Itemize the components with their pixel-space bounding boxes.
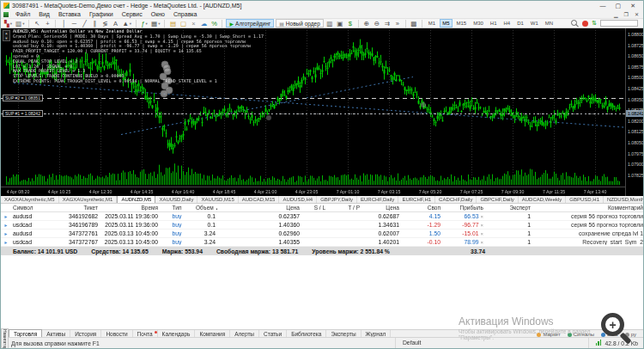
profit-value: -96.77 <box>462 222 478 228</box>
timeframe-m1[interactable]: M1 <box>425 19 438 28</box>
new-order-button[interactable]: ▤ Новый ордер <box>276 19 324 28</box>
child-minimize-button[interactable]: ▁ <box>614 11 618 17</box>
search-input[interactable] <box>600 20 638 27</box>
close-position-button[interactable]: × <box>480 223 483 228</box>
chart-tab[interactable]: CADCHF,Daily <box>435 196 477 203</box>
cursor-icon[interactable]: ↖ <box>33 19 41 28</box>
depth-of-market-icon[interactable]: ▥ <box>325 19 334 28</box>
chart-tab[interactable]: XAGXAUsynthetic,M5 <box>1 196 59 203</box>
chart-tab[interactable]: EURCHF,Daily <box>357 196 398 203</box>
price-axis[interactable]: 1.08242 1.088001.087251.086501.085751.08… <box>625 28 644 196</box>
timeframe-d1[interactable]: D1 <box>514 19 527 28</box>
new-chart-icon[interactable]: ▚▾ <box>3 19 13 28</box>
column-header-5[interactable]: Объем ▲ <box>194 205 217 211</box>
toolbar-separator <box>405 20 406 28</box>
chart-tab[interactable]: GBPCHF,Daily <box>477 196 518 203</box>
chart-shift-icon[interactable]: » <box>393 19 402 28</box>
indicators-icon[interactable]: ƒ▾ <box>140 19 149 28</box>
navigator-vertical-tab[interactable]: Навигатор <box>1 328 9 349</box>
tile-windows-icon[interactable]: ▩ <box>410 19 418 28</box>
channel-icon[interactable]: ∥ <box>90 19 99 28</box>
column-header-10[interactable]: Своп <box>401 205 442 211</box>
zoom-out-icon[interactable]: ⊖ <box>373 19 381 28</box>
shapes-icon[interactable]: ▲▾ <box>121 19 132 28</box>
chart-tab[interactable]: XAGXAUsynthetic,M1 <box>59 196 118 203</box>
position-row[interactable]: ▸audusd3461926822025.03.11 19:36:00buy0.… <box>1 212 643 221</box>
profiles-icon[interactable]: ▥▾ <box>15 19 25 28</box>
column-header-2[interactable]: Тикет <box>52 205 100 211</box>
crosshair-icon[interactable]: + <box>43 19 52 28</box>
timeframe-w1[interactable]: W1 <box>527 19 541 28</box>
position-row[interactable]: ▸audusd3473727612025.03.13 10:45:00buy3.… <box>1 230 643 238</box>
menu-item-file[interactable]: Файл <box>11 11 34 17</box>
support-level-label: SUP #1 = 1.08242 <box>3 110 43 117</box>
maximize-button[interactable]: ▢ <box>616 3 622 9</box>
data-folder-icon[interactable]: ▢ <box>179 19 187 28</box>
chart-tab[interactable]: GBPJPY,Daily <box>317 196 357 203</box>
chart-tab[interactable]: AUDCAD,M15 <box>239 196 280 203</box>
timeframe-m30[interactable]: M30 <box>471 19 487 28</box>
cloud-icon[interactable]: ☁ <box>199 19 208 28</box>
fibonacci-glyph: ≶ <box>102 20 107 28</box>
time-axis-label: 4 Apr 16:40 <box>172 189 195 194</box>
zoom-in-icon[interactable]: ⊕ <box>362 19 371 28</box>
chart-tab[interactable]: XAUUSD,Daily <box>155 196 197 203</box>
close-position-button[interactable]: × <box>480 214 483 219</box>
menu-item-window[interactable]: Окно <box>147 11 169 17</box>
fibonacci-icon[interactable]: ≶ <box>100 19 109 28</box>
close-chart-icon[interactable]: × <box>189 19 197 28</box>
menu-item-tools[interactable]: Сервис <box>118 11 147 17</box>
screen-magnifier-overlay[interactable]: + <box>601 313 635 347</box>
data-window-icon[interactable]: ▣ <box>336 19 344 28</box>
vertical-line-icon[interactable]: │ <box>59 19 68 28</box>
column-header-3[interactable]: Время <box>100 205 160 211</box>
chart-tab[interactable]: AUDNZD,M5 <box>117 196 155 204</box>
notifications-icon[interactable] <box>582 21 588 27</box>
close-position-button[interactable]: × <box>480 240 483 245</box>
market-watch-icon[interactable]: ▤ <box>168 19 177 28</box>
chart-tab[interactable]: EURCHF,H1 <box>398 196 435 203</box>
column-header-9[interactable]: Цена <box>361 205 401 211</box>
menu-item-help[interactable]: Справка <box>169 11 201 17</box>
column-header-4[interactable]: Тип <box>160 205 194 211</box>
trendline-icon[interactable]: ╱ <box>80 19 88 28</box>
one-click-trading-toggle[interactable]: ▴▾ <box>3 30 10 41</box>
chart-tab[interactable]: XAUUSD,M15 <box>197 196 238 203</box>
column-header-8[interactable]: T / P <box>327 205 361 211</box>
menu-item-view[interactable]: Вид <box>34 11 54 17</box>
chart-tab[interactable]: NZDUSD,Monthly <box>604 196 643 203</box>
algo-trading-button[interactable]: ▶ Алготрейдинг <box>226 19 274 28</box>
search-icon[interactable] <box>571 20 579 28</box>
position-row[interactable]: ▸usdcad3461967892025.03.11 19:36:00buy0.… <box>1 221 643 230</box>
position-row[interactable]: ▸usdcad3473727672025.03.13 10:45:00buy3.… <box>1 238 643 247</box>
cell-profit: -96.77× <box>442 222 485 228</box>
column-header-11[interactable]: Прибыль <box>442 205 485 211</box>
close-button[interactable]: ✕ <box>630 3 635 9</box>
auto-scroll-icon[interactable]: ⇉ <box>383 19 392 28</box>
timeframe-m5[interactable]: M5 <box>440 19 453 28</box>
symbols-icon[interactable]: $ <box>346 19 355 28</box>
chart-tab[interactable]: AUDUSD,H4 <box>279 196 317 203</box>
timeframe-h1[interactable]: H1 <box>487 19 500 28</box>
menu-item-insert[interactable]: Вставка <box>54 11 85 17</box>
timeframe-h4[interactable]: H4 <box>501 19 513 28</box>
column-header-6[interactable]: Цена <box>217 205 301 211</box>
timeframe-mn[interactable]: MN <box>542 19 556 28</box>
minimize-button[interactable]: — <box>600 3 606 9</box>
close-position-button[interactable]: × <box>480 231 483 236</box>
column-header-12[interactable]: Эксперт <box>485 205 532 211</box>
chart-tab[interactable]: AUDCAD,Weekly <box>519 196 567 203</box>
horizontal-line-icon[interactable]: ─ <box>70 19 78 28</box>
rebate-icon[interactable]: % <box>210 19 218 28</box>
column-header-13[interactable]: Комментарий <box>532 205 644 211</box>
templates-icon[interactable]: ▦▾ <box>150 19 161 28</box>
column-header-1[interactable]: Символ <box>11 205 52 211</box>
time-axis[interactable]: 4 Apr 08:204 Apr 10:254 Apr 12:304 Apr 1… <box>1 187 625 196</box>
text-icon[interactable]: A <box>111 19 119 28</box>
column-header-7[interactable]: S / L <box>301 205 327 211</box>
child-restore-button[interactable]: ❐ <box>624 11 629 17</box>
chart-tab[interactable]: GBPUSD,H1 <box>566 196 604 203</box>
timeframe-m15[interactable]: M15 <box>453 19 470 28</box>
child-close-button[interactable]: ✕ <box>635 11 639 17</box>
menu-item-charts[interactable]: Графики <box>85 11 118 17</box>
